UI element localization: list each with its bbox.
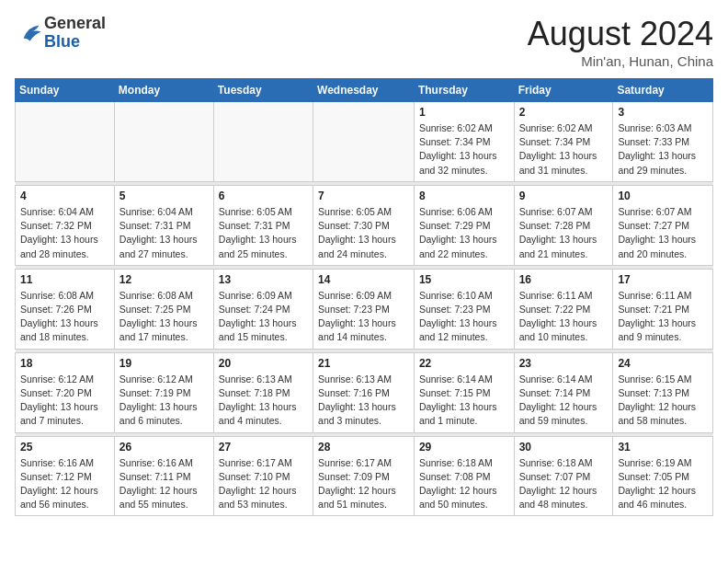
- day-info: Sunrise: 6:17 AMSunset: 7:09 PMDaylight:…: [318, 456, 409, 512]
- weekday-header-row: SundayMondayTuesdayWednesdayThursdayFrid…: [16, 79, 713, 102]
- calendar-cell: [114, 102, 213, 182]
- day-number: 27: [219, 441, 308, 454]
- day-number: 10: [618, 190, 708, 202]
- calendar-cell: 22Sunrise: 6:14 AMSunset: 7:15 PMDayligh…: [414, 352, 514, 432]
- day-info: Sunrise: 6:19 AMSunset: 7:05 PMDaylight:…: [618, 456, 708, 512]
- day-info: Sunrise: 6:11 AMSunset: 7:21 PMDaylight:…: [618, 289, 708, 345]
- day-info: Sunrise: 6:08 AMSunset: 7:25 PMDaylight:…: [119, 289, 209, 345]
- calendar-cell: 26Sunrise: 6:16 AMSunset: 7:11 PMDayligh…: [114, 436, 213, 516]
- calendar-cell: 4Sunrise: 6:04 AMSunset: 7:32 PMDaylight…: [16, 185, 115, 265]
- day-info: Sunrise: 6:08 AMSunset: 7:26 PMDaylight:…: [20, 289, 109, 345]
- day-info: Sunrise: 6:18 AMSunset: 7:07 PMDaylight:…: [519, 456, 609, 512]
- day-info: Sunrise: 6:06 AMSunset: 7:29 PMDaylight:…: [419, 205, 509, 261]
- calendar-cell: 3Sunrise: 6:03 AMSunset: 7:33 PMDaylight…: [613, 102, 713, 182]
- calendar-week-row-4: 18Sunrise: 6:12 AMSunset: 7:20 PMDayligh…: [16, 352, 713, 432]
- location-subtitle: Min'an, Hunan, China: [528, 53, 713, 69]
- day-number: 7: [318, 190, 409, 202]
- day-number: 4: [20, 190, 109, 202]
- day-number: 26: [119, 441, 209, 454]
- calendar-cell: 16Sunrise: 6:11 AMSunset: 7:22 PMDayligh…: [514, 269, 613, 349]
- calendar-cell: 10Sunrise: 6:07 AMSunset: 7:27 PMDayligh…: [613, 185, 713, 265]
- calendar-table: SundayMondayTuesdayWednesdayThursdayFrid…: [15, 78, 713, 516]
- calendar-cell: 30Sunrise: 6:18 AMSunset: 7:07 PMDayligh…: [514, 436, 613, 516]
- day-number: 23: [519, 357, 609, 370]
- calendar-cell: 14Sunrise: 6:09 AMSunset: 7:23 PMDayligh…: [313, 269, 415, 349]
- day-info: Sunrise: 6:09 AMSunset: 7:24 PMDaylight:…: [219, 289, 308, 345]
- page-header: General Blue August 2024 Min'an, Hunan, …: [15, 15, 713, 69]
- day-info: Sunrise: 6:12 AMSunset: 7:19 PMDaylight:…: [119, 373, 209, 429]
- day-info: Sunrise: 6:12 AMSunset: 7:20 PMDaylight:…: [20, 373, 109, 429]
- day-info: Sunrise: 6:05 AMSunset: 7:30 PMDaylight:…: [318, 205, 409, 261]
- day-number: 22: [419, 357, 509, 370]
- weekday-header-monday: Monday: [114, 79, 213, 102]
- day-number: 17: [618, 273, 708, 286]
- day-number: 14: [318, 273, 409, 286]
- calendar-week-row-5: 25Sunrise: 6:16 AMSunset: 7:12 PMDayligh…: [16, 436, 713, 516]
- day-info: Sunrise: 6:07 AMSunset: 7:27 PMDaylight:…: [618, 205, 708, 261]
- logo-blue: Blue: [44, 33, 106, 52]
- day-info: Sunrise: 6:16 AMSunset: 7:11 PMDaylight:…: [119, 456, 209, 512]
- weekday-header-friday: Friday: [514, 79, 613, 102]
- calendar-cell: 6Sunrise: 6:05 AMSunset: 7:31 PMDaylight…: [213, 185, 313, 265]
- calendar-cell: 25Sunrise: 6:16 AMSunset: 7:12 PMDayligh…: [16, 436, 115, 516]
- day-info: Sunrise: 6:09 AMSunset: 7:23 PMDaylight:…: [318, 289, 409, 345]
- day-number: 24: [618, 357, 708, 370]
- day-number: 1: [419, 106, 509, 119]
- day-info: Sunrise: 6:02 AMSunset: 7:34 PMDaylight:…: [419, 121, 509, 178]
- calendar-cell: 28Sunrise: 6:17 AMSunset: 7:09 PMDayligh…: [313, 436, 415, 516]
- calendar-cell: 11Sunrise: 6:08 AMSunset: 7:26 PMDayligh…: [16, 269, 115, 349]
- calendar-cell: 5Sunrise: 6:04 AMSunset: 7:31 PMDaylight…: [114, 185, 213, 265]
- day-number: 8: [419, 190, 509, 202]
- day-info: Sunrise: 6:02 AMSunset: 7:34 PMDaylight:…: [519, 121, 609, 178]
- day-info: Sunrise: 6:18 AMSunset: 7:08 PMDaylight:…: [419, 456, 509, 512]
- calendar-cell: [213, 102, 313, 182]
- day-info: Sunrise: 6:10 AMSunset: 7:23 PMDaylight:…: [419, 289, 509, 345]
- weekday-header-saturday: Saturday: [613, 79, 713, 102]
- day-number: 25: [20, 441, 109, 454]
- calendar-cell: 13Sunrise: 6:09 AMSunset: 7:24 PMDayligh…: [213, 269, 313, 349]
- day-info: Sunrise: 6:11 AMSunset: 7:22 PMDaylight:…: [519, 289, 609, 345]
- day-info: Sunrise: 6:05 AMSunset: 7:31 PMDaylight:…: [219, 205, 308, 261]
- calendar-week-row-3: 11Sunrise: 6:08 AMSunset: 7:26 PMDayligh…: [16, 269, 713, 349]
- calendar-cell: 29Sunrise: 6:18 AMSunset: 7:08 PMDayligh…: [414, 436, 514, 516]
- day-number: 13: [219, 273, 308, 286]
- day-number: 6: [219, 190, 308, 202]
- calendar-cell: 12Sunrise: 6:08 AMSunset: 7:25 PMDayligh…: [114, 269, 213, 349]
- day-number: 16: [519, 273, 609, 286]
- weekday-header-sunday: Sunday: [16, 79, 115, 102]
- logo-text: General Blue: [44, 15, 106, 52]
- calendar-cell: 8Sunrise: 6:06 AMSunset: 7:29 PMDaylight…: [414, 185, 514, 265]
- calendar-cell: [16, 102, 115, 182]
- day-number: 29: [419, 441, 509, 454]
- day-number: 30: [519, 441, 609, 454]
- day-number: 12: [119, 273, 209, 286]
- day-number: 28: [318, 441, 409, 454]
- title-section: August 2024 Min'an, Hunan, China: [528, 15, 713, 69]
- weekday-header-tuesday: Tuesday: [213, 79, 313, 102]
- calendar-cell: 20Sunrise: 6:13 AMSunset: 7:18 PMDayligh…: [213, 352, 313, 432]
- calendar-cell: 2Sunrise: 6:02 AMSunset: 7:34 PMDaylight…: [514, 102, 613, 182]
- day-info: Sunrise: 6:13 AMSunset: 7:16 PMDaylight:…: [318, 373, 409, 429]
- logo-general: General: [44, 15, 106, 33]
- calendar-cell: 1Sunrise: 6:02 AMSunset: 7:34 PMDaylight…: [414, 102, 514, 182]
- calendar-cell: 27Sunrise: 6:17 AMSunset: 7:10 PMDayligh…: [213, 436, 313, 516]
- calendar-cell: 19Sunrise: 6:12 AMSunset: 7:19 PMDayligh…: [114, 352, 213, 432]
- day-info: Sunrise: 6:14 AMSunset: 7:14 PMDaylight:…: [519, 373, 609, 429]
- day-number: 2: [519, 106, 609, 119]
- day-number: 31: [618, 441, 708, 454]
- calendar-cell: [313, 102, 415, 182]
- weekday-header-wednesday: Wednesday: [313, 79, 415, 102]
- calendar-cell: 31Sunrise: 6:19 AMSunset: 7:05 PMDayligh…: [613, 436, 713, 516]
- calendar-cell: 9Sunrise: 6:07 AMSunset: 7:28 PMDaylight…: [514, 185, 613, 265]
- day-info: Sunrise: 6:04 AMSunset: 7:31 PMDaylight:…: [119, 205, 209, 261]
- calendar-week-row-1: 1Sunrise: 6:02 AMSunset: 7:34 PMDaylight…: [16, 102, 713, 182]
- day-info: Sunrise: 6:13 AMSunset: 7:18 PMDaylight:…: [219, 373, 308, 429]
- calendar-cell: 24Sunrise: 6:15 AMSunset: 7:13 PMDayligh…: [613, 352, 713, 432]
- day-info: Sunrise: 6:17 AMSunset: 7:10 PMDaylight:…: [219, 456, 308, 512]
- month-year-title: August 2024: [528, 15, 713, 53]
- calendar-week-row-2: 4Sunrise: 6:04 AMSunset: 7:32 PMDaylight…: [16, 185, 713, 265]
- day-number: 15: [419, 273, 509, 286]
- day-number: 20: [219, 357, 308, 370]
- calendar-cell: 23Sunrise: 6:14 AMSunset: 7:14 PMDayligh…: [514, 352, 613, 432]
- day-info: Sunrise: 6:16 AMSunset: 7:12 PMDaylight:…: [20, 456, 109, 512]
